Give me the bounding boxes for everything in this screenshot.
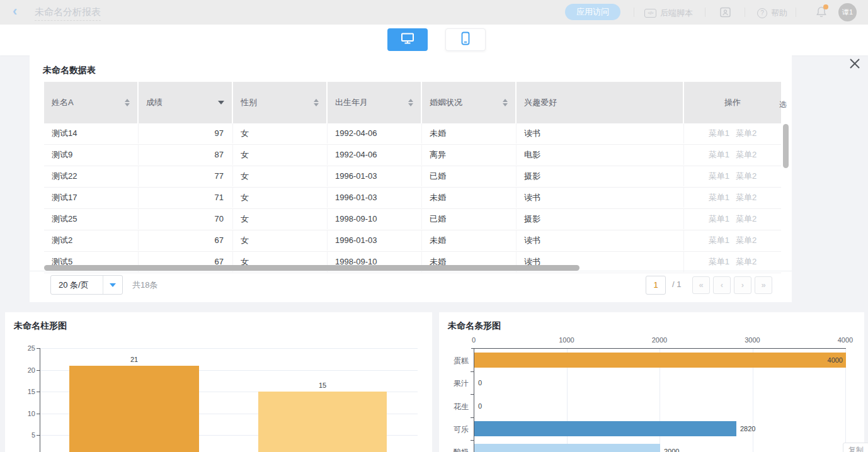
table-cell: 摄影 xyxy=(517,166,684,186)
next-page-button[interactable]: › xyxy=(734,276,751,294)
back-icon[interactable]: ‹ xyxy=(13,6,25,18)
row-action-link[interactable]: 菜单2 xyxy=(736,171,757,181)
table-cell: 测试22 xyxy=(44,166,139,186)
row-action-link[interactable]: 菜单2 xyxy=(736,150,757,159)
vertical-scrollbar[interactable] xyxy=(783,124,789,168)
row-action-link[interactable]: 菜单2 xyxy=(736,193,757,202)
row-action-link[interactable]: 菜单1 xyxy=(709,150,729,159)
page-number-input[interactable]: 1 xyxy=(646,276,666,295)
y-tick-label: 10 xyxy=(18,410,35,417)
table-cell: 测试14 xyxy=(44,123,139,144)
table-row: 测试2570女1998-09-10已婚摄影菜单1菜单2 xyxy=(44,209,781,230)
row-action-link[interactable]: 菜单2 xyxy=(736,257,757,266)
category-label: 果汁 xyxy=(443,378,469,389)
caret-down-icon xyxy=(218,101,224,105)
sort-icon xyxy=(125,99,130,106)
data-label: 0 xyxy=(478,379,482,387)
tick-mark xyxy=(471,417,474,418)
backend-script-button[interactable]: </> 后端脚本 xyxy=(644,8,693,19)
report-title[interactable]: 未命名分析报表 xyxy=(35,6,101,21)
tick-mark xyxy=(471,371,474,372)
row-action-link[interactable]: 菜单1 xyxy=(709,257,729,266)
table-cell: 77 xyxy=(139,166,233,186)
row-action-link[interactable]: 菜单1 xyxy=(709,214,729,223)
total-count: 共18条 xyxy=(132,280,157,291)
table-cell: 女 xyxy=(233,230,328,251)
table-cell: 女 xyxy=(233,166,328,186)
column-bar xyxy=(69,366,199,452)
table-cell: 菜单1菜单2 xyxy=(684,252,781,272)
y-tick-label: 5 xyxy=(18,431,35,439)
row-action-link[interactable]: 菜单2 xyxy=(736,128,757,138)
last-page-button[interactable]: » xyxy=(755,276,772,294)
x-tick-label: 1000 xyxy=(554,336,580,344)
prev-page-button[interactable]: ‹ xyxy=(713,276,731,294)
contact-icon[interactable] xyxy=(720,7,731,20)
bar-chart-title: 未命名条形图 xyxy=(448,320,501,332)
column-header[interactable]: 姓名A xyxy=(44,82,139,123)
table-row: 测试1497女1992-04-06未婚读书菜单1菜单2 xyxy=(44,123,781,145)
row-action-link[interactable]: 菜单2 xyxy=(736,235,757,245)
row-action-link[interactable]: 菜单1 xyxy=(709,171,729,181)
data-label: 21 xyxy=(69,356,199,363)
desktop-icon xyxy=(401,32,414,47)
row-action-link[interactable]: 菜单1 xyxy=(709,193,729,202)
table-cell: 1996-01-03 xyxy=(328,166,422,186)
table-cell: 菜单1菜单2 xyxy=(684,123,781,144)
y-tick-label: 25 xyxy=(18,344,35,352)
row-action-link[interactable]: 菜单1 xyxy=(709,235,729,245)
table-cell: 测试25 xyxy=(44,209,139,229)
caret-up-icon xyxy=(503,99,508,102)
category-label: 蛋糕 xyxy=(443,356,469,366)
tick-mark xyxy=(471,394,474,395)
sort-icon xyxy=(503,99,508,106)
close-icon[interactable] xyxy=(848,57,863,72)
x-axis-line xyxy=(471,348,846,349)
horizontal-bar xyxy=(474,444,660,452)
help-button[interactable]: ? 帮助 xyxy=(757,8,787,19)
x-tick-label: 0 xyxy=(461,336,486,344)
horizontal-scrollbar[interactable] xyxy=(44,265,580,271)
preview-toolbar xyxy=(0,25,868,55)
row-action-link[interactable]: 菜单1 xyxy=(709,128,729,138)
y-tick-label: 15 xyxy=(18,388,35,395)
column-label: 出生年月 xyxy=(335,97,408,108)
caret-up-icon xyxy=(408,99,413,102)
column-header[interactable]: 出生年月 xyxy=(328,82,422,123)
column-label: 兴趣爱好 xyxy=(524,97,675,108)
data-table-card: 未命名数据表 姓名A成绩性别出生年月婚姻状况兴趣爱好操作 测试1497女1992… xyxy=(30,55,792,302)
sort-icon xyxy=(408,99,413,106)
table-row: 测试987女1992-04-06离异电影菜单1菜单2 xyxy=(44,145,781,166)
notification-bell-icon[interactable] xyxy=(816,6,828,18)
table-cell: 读书 xyxy=(517,230,684,251)
caret-up-icon xyxy=(314,99,319,102)
clipped-copy-button[interactable]: 复制 xyxy=(843,443,868,452)
column-header[interactable]: 成绩 xyxy=(139,82,233,123)
table-body: 测试1497女1992-04-06未婚读书菜单1菜单2测试987女1992-04… xyxy=(44,123,781,273)
top-navbar: ‹ 未命名分析报表 应用访问 </> 后端脚本 ? 帮助 谭1 xyxy=(0,0,868,25)
horizontal-bar xyxy=(474,421,736,436)
app-access-button[interactable]: 应用访问 xyxy=(565,4,620,20)
divider xyxy=(634,8,634,17)
page-size-select[interactable]: 20 条/页 xyxy=(50,275,123,295)
bar-chart-card: 未命名条形图 01000200030004000蛋糕4000果汁0花生0可乐28… xyxy=(439,312,864,452)
column-header: 操作 xyxy=(684,82,781,123)
first-page-button[interactable]: « xyxy=(692,276,710,294)
table-cell: 女 xyxy=(233,188,328,208)
desktop-view-button[interactable] xyxy=(387,28,428,51)
mobile-view-button[interactable] xyxy=(445,28,486,51)
user-avatar[interactable]: 谭1 xyxy=(838,3,857,21)
table-cell: 1996-01-03 xyxy=(328,230,422,251)
table-cell: 测试17 xyxy=(44,188,139,208)
caret-down-icon xyxy=(408,103,413,106)
caret-down-icon xyxy=(125,103,130,106)
table-cell: 1998-09-10 xyxy=(328,209,422,229)
divider xyxy=(796,8,796,17)
caret-up-icon xyxy=(125,99,130,102)
column-header[interactable]: 婚姻状况 xyxy=(422,82,517,123)
caret-down-icon xyxy=(503,103,508,106)
column-header[interactable]: 性别 xyxy=(233,82,328,123)
table-cell: 菜单1菜单2 xyxy=(684,166,781,186)
x-tick-label: 3000 xyxy=(740,336,765,344)
row-action-link[interactable]: 菜单2 xyxy=(736,214,757,223)
